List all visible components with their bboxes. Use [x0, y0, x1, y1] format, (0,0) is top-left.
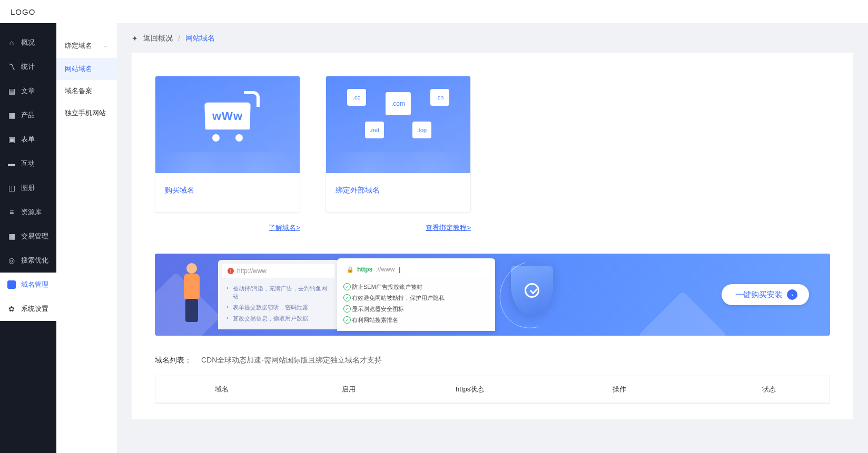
sidebar-item-resource[interactable]: 资源库	[0, 200, 56, 224]
main-content: ✦ 返回概况 / 网站域名 wWw	[117, 23, 868, 453]
table-col-action: 操作	[530, 376, 708, 402]
list-item: 有效避免网站被劫持，保护用户隐私	[343, 293, 489, 304]
list-item: 被劫持/污染，充满广告，去到钓鱼网站	[224, 283, 333, 302]
sidebar-item-product[interactable]: 产品	[0, 103, 56, 127]
card-bind-domain[interactable]: .cc .com .cn .net .top 绑定外部域名	[326, 76, 471, 213]
list-item: 显示浏览器安全图标	[343, 304, 489, 315]
sidebar-item-article[interactable]: 文章	[0, 79, 56, 103]
chart-icon: 〽	[7, 63, 16, 71]
http-address-bar: ! http://www	[222, 264, 335, 278]
app-header: LOGO	[0, 0, 868, 23]
doc-icon	[7, 87, 16, 95]
breadcrumb-back[interactable]: 返回概况	[143, 34, 173, 43]
sidebar-item-stats[interactable]: 〽统计	[0, 55, 56, 79]
browser-https-box: 🔒 https://www| 防止SEM广告投放账户被封 有效避免网站被劫持，保…	[337, 258, 495, 331]
hex-top-icon: .top	[412, 122, 431, 138]
card-bind-domain-title: 绑定外部域名	[326, 173, 470, 208]
domain-list-note: CDN全球动态加速-需网站国际版且绑定独立域名才支持	[201, 356, 382, 365]
sidebar-item-seo[interactable]: 搜索优化	[0, 248, 56, 273]
sidebar-primary: 概况 〽统计 文章 产品 表单 互动 图册 资源库 交易管理 搜索优化 域名管理…	[0, 23, 56, 453]
breadcrumb-separator: /	[178, 34, 180, 43]
sidebar-item-domain[interactable]: 域名管理	[0, 273, 56, 297]
sidebar-item-interact[interactable]: 互动	[0, 152, 56, 176]
https-benefit-list: 防止SEM广告投放账户被封 有效避免网站被劫持，保护用户隐私 显示浏览器安全图标…	[341, 280, 491, 327]
hex-net-icon: .net	[365, 122, 384, 138]
image-icon	[7, 184, 16, 192]
shield-icon	[506, 266, 558, 324]
subsidebar-item-site-domain[interactable]: 网站域名	[56, 58, 117, 80]
logo-text: LOGO	[11, 7, 35, 16]
http-risk-list: 被劫持/污染，充满广告，去到钓鱼网站 表单提交数据窃听，密码泄露 篡改交易信息，…	[222, 282, 335, 325]
home-icon: ✦	[132, 34, 138, 43]
sidebar-item-overview[interactable]: 概况	[0, 31, 56, 55]
list-item: 表单提交数据窃听，密码泄露	[224, 302, 333, 313]
sidebar-item-form[interactable]: 表单	[0, 127, 56, 152]
hex-com-icon: .com	[386, 92, 411, 115]
hex-cn-icon: .cn	[430, 89, 449, 106]
breadcrumb: ✦ 返回概况 / 网站域名	[117, 23, 868, 53]
content-panel: wWw 购买域名 了解域名> .cc .com	[132, 53, 853, 419]
home-icon	[7, 38, 16, 47]
arrow-right-icon: ›	[787, 289, 797, 300]
person-illustration-icon	[176, 263, 208, 326]
sidebar-item-settings[interactable]: 系统设置	[0, 297, 56, 321]
domain-table: 域名 启用 https状态 操作 状态	[155, 376, 830, 404]
form-icon	[7, 135, 16, 144]
breadcrumb-current: 网站域名	[185, 34, 215, 43]
gear-icon	[7, 305, 16, 313]
hex-cc-icon: .cc	[347, 89, 366, 106]
table-col-status: 状态	[708, 376, 830, 402]
search-icon	[7, 256, 16, 265]
card-bind-domain-wrap: .cc .com .cn .net .top 绑定外部域名 查看绑定教程>	[326, 76, 471, 233]
lock-icon: 🔒	[347, 266, 354, 273]
shopping-cart-icon: wWw	[205, 103, 250, 130]
chevron-up-icon: ︿	[103, 42, 108, 49]
https-address-bar: 🔒 https://www|	[341, 263, 491, 276]
table-col-enable: 启用	[288, 376, 409, 402]
warning-icon: !	[228, 268, 234, 274]
card-buy-domain[interactable]: wWw 购买域名	[155, 76, 300, 213]
sidebar-secondary: 绑定域名 ︿ 网站域名 域名备案 独立手机网站	[56, 23, 117, 453]
buy-install-button[interactable]: 一键购买安装 ›	[722, 284, 809, 305]
browser-http-box: ! http://www 被劫持/污染，充满广告，去到钓鱼网站 表单提交数据窃听…	[218, 260, 339, 329]
sidebar-item-gallery[interactable]: 图册	[0, 176, 56, 200]
subsidebar-item-mobile[interactable]: 独立手机网站	[56, 102, 117, 124]
domain-icon	[7, 280, 16, 289]
list-item: 防止SEM广告投放账户被封	[343, 281, 489, 293]
table-header-row: 域名 启用 https状态 操作 状态	[155, 376, 830, 403]
chat-icon	[7, 159, 16, 168]
card-buy-domain-image: wWw	[155, 76, 300, 173]
subsidebar-header[interactable]: 绑定域名 ︿	[56, 38, 117, 58]
sidebar-item-trade[interactable]: 交易管理	[0, 224, 56, 248]
list-item: 篡改交易信息，偷取用户数据	[224, 313, 333, 324]
database-icon	[7, 208, 16, 216]
card-buy-domain-title: 购买域名	[155, 173, 300, 208]
list-item: 有利网站搜索排名	[343, 315, 489, 326]
ssl-banner: ! http://www 被劫持/污染，充满广告，去到钓鱼网站 表单提交数据窃听…	[155, 254, 830, 336]
card-buy-domain-wrap: wWw 购买域名 了解域名>	[155, 76, 300, 233]
card-bind-domain-image: .cc .com .cn .net .top	[326, 76, 470, 173]
link-learn-domain[interactable]: 了解域名>	[155, 223, 300, 233]
table-col-https: https状态	[409, 376, 530, 402]
subsidebar-item-icp[interactable]: 域名备案	[56, 80, 117, 102]
cards-row: wWw 购买域名 了解域名> .cc .com	[155, 76, 830, 233]
table-col-domain: 域名	[155, 376, 288, 402]
link-bind-tutorial[interactable]: 查看绑定教程>	[326, 223, 471, 233]
domain-list-title: 域名列表：	[155, 356, 192, 365]
grid-icon	[7, 111, 16, 119]
trade-icon	[7, 232, 16, 240]
domain-list-header: 域名列表： CDN全球动态加速-需网站国际版且绑定独立域名才支持	[155, 356, 830, 365]
